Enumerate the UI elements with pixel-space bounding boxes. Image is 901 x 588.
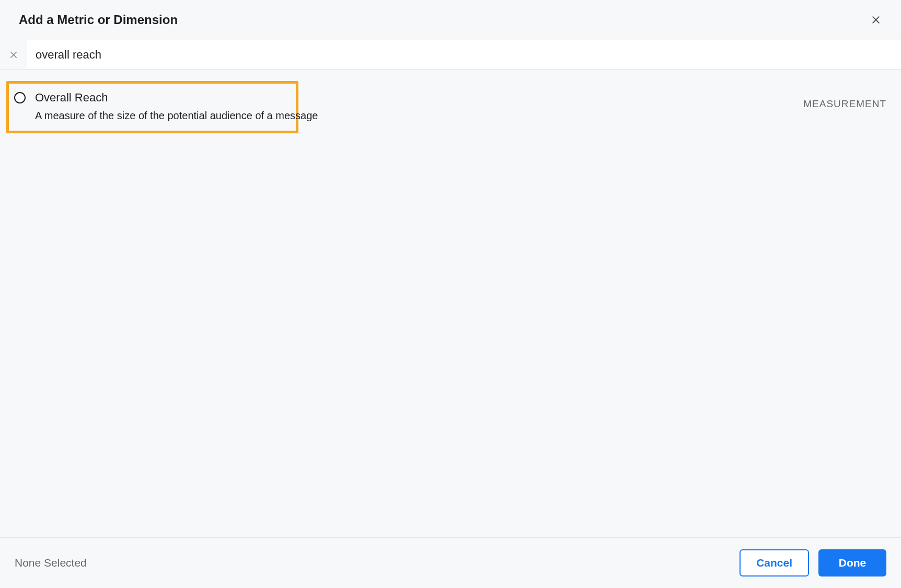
search-row [0, 40, 901, 70]
results-list: Overall Reach A measure of the size of t… [0, 70, 901, 537]
result-description: A measure of the size of the potential a… [35, 110, 318, 122]
modal-header: Add a Metric or Dimension [0, 0, 901, 40]
result-text: Overall Reach A measure of the size of t… [35, 91, 318, 122]
close-button[interactable] [870, 14, 882, 26]
close-icon [9, 50, 18, 60]
selection-status: None Selected [15, 557, 87, 569]
clear-search-button[interactable] [0, 40, 27, 69]
result-item-overall-reach[interactable]: Overall Reach A measure of the size of t… [6, 81, 298, 133]
close-icon [871, 15, 881, 25]
add-metric-modal: Add a Metric or Dimension Overall Reach … [0, 0, 901, 588]
footer-actions: Cancel Done [740, 549, 886, 577]
modal-footer: None Selected Cancel Done [0, 537, 901, 588]
result-radio[interactable] [14, 92, 26, 103]
modal-title: Add a Metric or Dimension [19, 13, 178, 27]
result-title: Overall Reach [35, 91, 318, 105]
search-input[interactable] [27, 40, 901, 69]
cancel-button[interactable]: Cancel [740, 549, 809, 577]
category-label: MEASUREMENT [803, 98, 886, 110]
done-button[interactable]: Done [818, 549, 886, 577]
